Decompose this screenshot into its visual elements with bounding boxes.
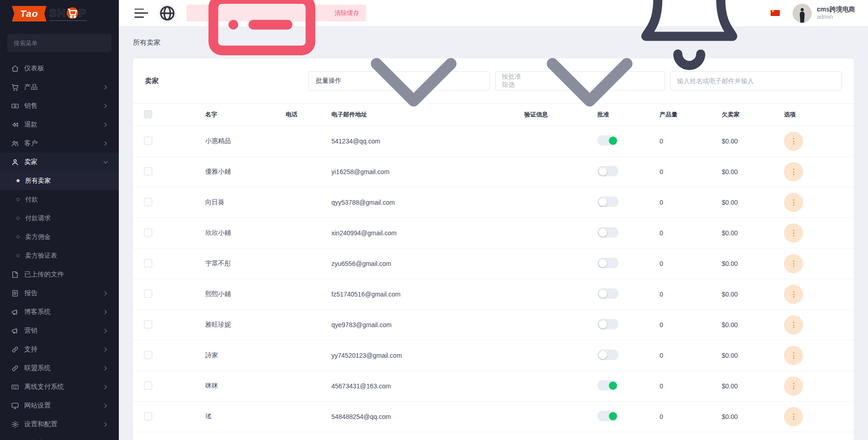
approve-toggle[interactable] — [597, 135, 618, 146]
row-checkbox[interactable] — [144, 412, 152, 420]
sidebar-item[interactable]: 销售 — [0, 96, 119, 115]
options-button[interactable] — [784, 315, 803, 334]
sidebar-item[interactable]: 已上传的文件 — [0, 265, 119, 284]
hamburger-menu-icon[interactable] — [134, 9, 148, 18]
approve-toggle[interactable] — [597, 258, 618, 268]
sidebar-item-label: 报告 — [24, 289, 102, 297]
row-checkbox[interactable] — [144, 137, 152, 145]
row-checkbox[interactable] — [144, 167, 152, 175]
sidebar-item[interactable]: 卖方佣金 — [0, 228, 119, 246]
user-info[interactable]: cms跨境电商 admin — [817, 5, 855, 21]
sidebar-item[interactable]: 支持 — [0, 340, 119, 359]
chevron-icon — [102, 403, 109, 409]
sidebar-item[interactable]: 工作人员 — [0, 434, 119, 440]
approve-toggle[interactable] — [597, 380, 618, 391]
row-checkbox[interactable] — [144, 382, 152, 390]
bulk-action-button[interactable]: 批量操作 — [308, 71, 490, 90]
sidebar-item[interactable]: 付款 — [0, 190, 119, 209]
owed-amount: $0.00 — [722, 260, 784, 267]
sidebar-item[interactable]: 报告 — [0, 284, 119, 302]
sidebar-item-label: 网站设置 — [24, 401, 102, 410]
approve-toggle[interactable] — [597, 350, 618, 360]
table-row: 向日葵 qyy53788@gmail.com 0 $0.00 — [133, 187, 854, 218]
options-button[interactable] — [784, 407, 803, 426]
options-button[interactable] — [784, 254, 803, 273]
approve-toggle[interactable] — [597, 196, 618, 207]
approve-toggle[interactable] — [597, 166, 618, 176]
clear-cache-button[interactable]: 清除缓存 — [186, 5, 366, 21]
cart-icon — [11, 83, 19, 91]
product-quantity: 0 — [660, 382, 722, 390]
sidebar-item[interactable]: 客户 — [0, 134, 119, 153]
language-globe-button[interactable] — [158, 4, 176, 22]
submenu-dot-icon — [16, 254, 20, 257]
sidebar-item[interactable]: 卖家 — [0, 153, 119, 171]
gear-icon — [11, 420, 19, 429]
sidebar-item[interactable]: 离线支付系统 — [0, 377, 119, 396]
table-row: 欣欣小鋪 xin240994@gmail.com 0 $0.00 — [133, 218, 854, 249]
doc-icon — [11, 289, 19, 297]
options-button[interactable] — [784, 376, 803, 396]
options-button[interactable] — [784, 346, 803, 365]
brand-logo[interactable]: Tao SHP — [0, 0, 119, 27]
sidebar-item[interactable]: 卖方验证表 — [0, 246, 119, 265]
product-quantity: 0 — [660, 168, 722, 175]
sidebar-item[interactable]: 设置和配置 — [0, 415, 119, 434]
table-header-row: 名字 电话 电子邮件地址 验证信息 批准 产品量 欠卖家 选项 — [133, 103, 854, 126]
row-checkbox[interactable] — [144, 198, 152, 206]
sidebar-item-label: 支持 — [24, 345, 102, 354]
toggle-knob — [599, 167, 607, 175]
row-checkbox[interactable] — [144, 259, 152, 267]
approve-toggle[interactable] — [597, 227, 618, 238]
sidebar-item[interactable]: 博客系统 — [0, 302, 119, 321]
sidebar-item-label: 仪表板 — [24, 64, 102, 73]
sidebar-item[interactable]: 所有卖家 — [0, 171, 119, 190]
toggle-knob — [609, 382, 617, 390]
notifications-button[interactable] — [621, 0, 758, 83]
seller-email: yy74520123@gmail.com — [331, 352, 524, 359]
chevron-icon — [102, 65, 109, 72]
row-checkbox[interactable] — [144, 228, 152, 237]
row-checkbox[interactable] — [144, 351, 152, 359]
sidebar-item[interactable]: 网站设置 — [0, 396, 119, 415]
owed-amount: $0.00 — [722, 168, 784, 175]
table-row: 宇眾不彤 zyu6556@gmail.com 0 $0.00 — [133, 249, 854, 279]
user-avatar[interactable] — [793, 4, 812, 23]
approve-toggle[interactable] — [597, 411, 618, 421]
card-icon — [11, 383, 19, 391]
brand-ribbon: Tao — [12, 6, 47, 21]
sidebar-item[interactable]: 联盟系统 — [0, 359, 119, 377]
table-row: 熙熙小鋪 fz51740516@gmail.com 0 $0.00 — [133, 279, 854, 310]
options-button[interactable] — [784, 162, 803, 181]
sidebar-item[interactable]: 付款请求 — [0, 209, 119, 228]
row-checkbox[interactable] — [144, 290, 152, 298]
chevron-icon — [102, 159, 109, 165]
options-button[interactable] — [784, 132, 803, 151]
options-button[interactable] — [784, 223, 803, 243]
sidebar-item-label: 所有卖家 — [25, 177, 102, 185]
brand-p: P — [79, 7, 87, 20]
seller-email: xin240994@gmail.com — [331, 229, 524, 237]
chevron-icon — [102, 328, 109, 334]
owed-amount: $0.00 — [722, 199, 784, 206]
sidebar-item[interactable]: 营销 — [0, 321, 119, 340]
brand-sh: SH — [49, 7, 66, 20]
sellers-card: 卖家 批量操作 按批准筛选 名字 电话 电子邮件地址 验证信息 — [133, 58, 854, 440]
select-all-checkbox[interactable] — [144, 110, 152, 118]
toggle-knob — [599, 259, 607, 267]
sidebar-item[interactable]: 仪表板 — [0, 59, 119, 78]
sidebar-item-label: 博客系统 — [24, 307, 102, 316]
row-checkbox[interactable] — [144, 320, 152, 329]
sidebar-item[interactable]: 退款 — [0, 115, 119, 134]
approve-toggle[interactable] — [597, 319, 618, 329]
cart-logo-icon — [67, 7, 78, 19]
language-flag-button[interactable]: ★ — [771, 10, 780, 16]
monitor-icon — [11, 402, 19, 410]
sidebar-item-label: 卖方佣金 — [25, 233, 102, 241]
approve-toggle[interactable] — [597, 288, 618, 299]
options-button[interactable] — [784, 285, 803, 304]
sidebar-item[interactable]: 产品 — [0, 78, 119, 96]
options-button[interactable] — [784, 193, 803, 212]
menu-search-input[interactable] — [7, 34, 112, 52]
product-quantity: 0 — [660, 291, 722, 298]
